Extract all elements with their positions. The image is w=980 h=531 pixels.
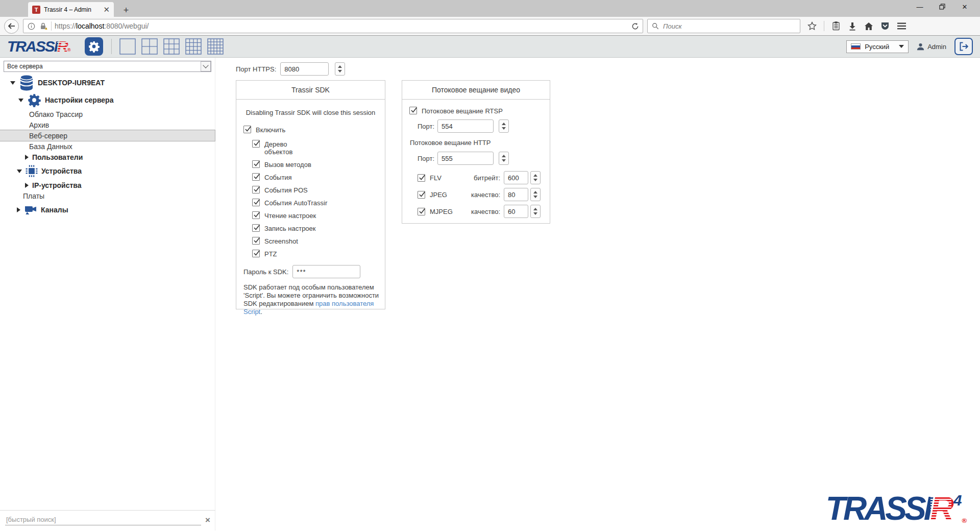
collapse-arrow-icon[interactable] xyxy=(17,170,22,173)
https-port-spinner[interactable] xyxy=(335,62,345,76)
collapse-arrow-icon[interactable] xyxy=(18,99,23,102)
trassir-sdk-panel: Trassir SDK Disabling Trassir SDK will c… xyxy=(236,80,385,309)
tree-item-cloud-trassir[interactable]: Облако Трассир xyxy=(0,109,215,119)
sdk-option-label: PTZ xyxy=(264,250,277,258)
sdk-enable-checkbox[interactable] xyxy=(243,126,251,133)
expand-arrow-icon[interactable] xyxy=(17,207,20,212)
sdk-warning-text: Disabling Trassir SDK will close this se… xyxy=(243,109,378,116)
sdk-option-checkbox-чтение-настроек[interactable] xyxy=(252,211,260,219)
tree-item-archive[interactable]: Архив xyxy=(0,119,215,130)
rtsp-checkbox[interactable] xyxy=(409,107,417,114)
russian-flag-icon xyxy=(851,43,861,50)
lock-warning-icon[interactable] xyxy=(39,21,48,31)
http-port-input[interactable] xyxy=(437,152,494,165)
tab-close-icon[interactable]: ✕ xyxy=(103,6,110,13)
grid-4x4-icon[interactable] xyxy=(185,38,202,55)
menu-hamburger-icon[interactable] xyxy=(897,21,906,31)
sdk-option-row: Вызов методов xyxy=(252,160,378,168)
camera-icon xyxy=(24,204,37,215)
current-user[interactable]: Admin xyxy=(917,43,946,51)
tree-item-label: Облако Трассир xyxy=(29,110,83,118)
https-port-input[interactable] xyxy=(280,62,329,76)
sdk-option-checkbox-ptz[interactable] xyxy=(252,250,260,257)
chevron-down-icon[interactable] xyxy=(201,61,211,71)
sdk-enable-label: Включить xyxy=(256,126,285,134)
rtsp-label: Потоковое вещание RTSP xyxy=(422,107,503,115)
http-port-spinner[interactable] xyxy=(499,152,509,165)
grid-3x3-icon[interactable] xyxy=(163,38,180,55)
mjpeg-value-input[interactable] xyxy=(504,205,528,218)
tree-item-devices[interactable]: Устройства xyxy=(0,162,215,180)
http-port-label: Порт: xyxy=(418,155,434,162)
sdk-password-input[interactable] xyxy=(292,265,360,278)
tree-item-server-settings[interactable]: Настройки сервера xyxy=(0,91,215,109)
main-content: Порт HTTPS: Trassir SDK Disabling Trassi… xyxy=(215,58,980,530)
reading-list-icon[interactable] xyxy=(831,21,841,31)
jpeg-value-input[interactable] xyxy=(504,188,528,201)
sdk-option-label: Запись настроек xyxy=(264,224,316,232)
sdk-option-label: События xyxy=(264,173,292,181)
collapse-arrow-icon[interactable] xyxy=(10,81,15,85)
logo-version: 4 xyxy=(953,492,962,509)
gear-icon xyxy=(27,93,41,107)
settings-gear-button[interactable] xyxy=(85,37,103,56)
clear-search-icon[interactable]: × xyxy=(205,516,210,524)
trassir-logo: TRASSIR® xyxy=(7,38,70,55)
language-select[interactable]: Русский xyxy=(846,40,909,53)
grid-2x2-icon[interactable] xyxy=(141,38,158,55)
user-icon xyxy=(917,43,924,51)
sdk-option-checkbox-дерево-объектов[interactable] xyxy=(252,140,260,148)
site-info-icon[interactable] xyxy=(27,21,36,31)
server-filter-select[interactable]: Все сервера xyxy=(4,61,211,72)
flv-value-input[interactable] xyxy=(504,171,528,184)
browser-tab[interactable]: T Trassir 4 – Admin ✕ xyxy=(28,2,114,17)
tree-item-web-server[interactable]: Веб-сервер xyxy=(0,130,215,141)
tree-item-desktop-iur9eat[interactable]: DESKTOP-IUR9EAT xyxy=(0,74,215,91)
tree-item-ip-devices[interactable]: IP-устройства xyxy=(0,180,215,190)
tree-item-database[interactable]: База Данных xyxy=(0,141,215,152)
back-button[interactable] xyxy=(4,19,19,34)
sdk-option-checkbox-события[interactable] xyxy=(252,173,260,181)
sdk-option-checkbox-события-pos[interactable] xyxy=(252,186,260,194)
url-bar[interactable]: https://localhost:8080/webgui/ xyxy=(23,19,643,33)
jpeg-spinner[interactable] xyxy=(530,188,541,201)
expand-arrow-icon[interactable] xyxy=(25,155,29,160)
flv-checkbox[interactable] xyxy=(418,174,425,182)
expand-arrow-icon[interactable] xyxy=(25,183,29,188)
new-tab-button[interactable]: + xyxy=(119,5,133,16)
sdk-option-checkbox-запись-настроек[interactable] xyxy=(252,224,260,232)
grid-1x1-icon[interactable] xyxy=(119,38,136,55)
sdk-option-label: События AutoTrassir xyxy=(264,199,327,207)
quick-search-input[interactable] xyxy=(5,514,201,525)
window-close-icon[interactable]: ✕ xyxy=(953,0,976,13)
downloads-icon[interactable] xyxy=(848,21,857,31)
browser-search-input[interactable] xyxy=(663,22,797,30)
bookmark-star-icon[interactable] xyxy=(807,21,817,31)
logout-button[interactable] xyxy=(954,38,973,55)
sdk-option-label: Дерево объектов xyxy=(264,140,301,156)
sdk-option-label: Screenshot xyxy=(264,237,298,245)
codec-name: FLV xyxy=(430,174,463,182)
rtsp-port-spinner[interactable] xyxy=(499,119,509,133)
mjpeg-checkbox[interactable] xyxy=(418,208,425,215)
home-icon[interactable] xyxy=(864,21,873,31)
tree-item-label: Устройства xyxy=(41,167,82,175)
pocket-icon[interactable] xyxy=(880,21,890,31)
jpeg-checkbox[interactable] xyxy=(418,191,425,199)
sdk-option-checkbox-вызов-методов[interactable] xyxy=(252,160,260,168)
sdk-option-checkbox-screenshot[interactable] xyxy=(252,237,260,245)
mjpeg-spinner[interactable] xyxy=(530,205,541,218)
flv-spinner[interactable] xyxy=(530,171,541,184)
tree-item-channels[interactable]: Каналы xyxy=(0,201,215,219)
rtsp-port-input[interactable] xyxy=(437,119,494,133)
grid-5x5-icon[interactable] xyxy=(207,38,224,55)
sdk-option-checkbox-события-autotrassir[interactable] xyxy=(252,199,260,206)
tree-item-users[interactable]: Пользователи xyxy=(0,152,215,162)
reload-icon[interactable] xyxy=(630,21,640,31)
tree-item-boards[interactable]: Платы xyxy=(0,190,215,201)
favicon: T xyxy=(32,6,40,14)
browser-search-bar[interactable] xyxy=(647,19,800,33)
window-restore-icon[interactable] xyxy=(931,0,953,13)
window-minimize-icon[interactable]: — xyxy=(909,0,931,13)
chevron-down-icon xyxy=(899,45,904,48)
